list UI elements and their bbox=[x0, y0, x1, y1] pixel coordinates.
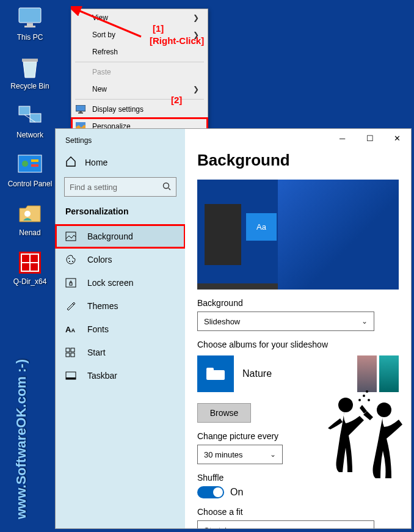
chevron-down-icon: ⌄ bbox=[361, 317, 368, 326]
control-panel-icon bbox=[18, 153, 42, 177]
svg-point-45 bbox=[363, 395, 365, 397]
context-menu-sort-by[interactable]: Sort by ❯ bbox=[71, 26, 208, 43]
svg-point-8 bbox=[22, 161, 28, 167]
chevron-down-icon: ⌄ bbox=[270, 450, 276, 459]
svg-rect-14 bbox=[22, 255, 29, 262]
themes-icon bbox=[65, 301, 79, 312]
sidebar-item-label: Taskbar bbox=[87, 371, 117, 381]
svg-rect-40 bbox=[206, 370, 225, 380]
start-icon bbox=[65, 348, 79, 357]
desktop-icon-this-pc[interactable]: This PC bbox=[2, 6, 57, 42]
svg-point-42 bbox=[338, 398, 353, 412]
choose-fit-label: Choose a fit bbox=[197, 507, 399, 517]
monitor-icon bbox=[18, 6, 42, 31]
desktop-context-menu: View ❯ Sort by ❯ Refresh Paste New ❯ Dis… bbox=[71, 9, 208, 136]
palette-icon bbox=[65, 254, 79, 265]
desktop-icon-label: Control Panel bbox=[8, 180, 53, 188]
minimize-button[interactable]: ─ bbox=[329, 129, 356, 147]
album-selection[interactable]: Nature bbox=[197, 355, 399, 392]
maximize-button[interactable]: ☐ bbox=[356, 129, 383, 147]
browse-label: Browse bbox=[210, 408, 239, 418]
browse-button[interactable]: Browse bbox=[197, 403, 251, 423]
trash-icon bbox=[18, 55, 42, 79]
search-icon bbox=[162, 182, 171, 192]
window-title-bar-controls: ─ ☐ ✕ bbox=[329, 129, 411, 147]
lockscreen-icon bbox=[65, 278, 79, 288]
svg-rect-37 bbox=[71, 353, 74, 357]
sidebar-item-start[interactable]: Start bbox=[56, 341, 185, 364]
fit-dropdown[interactable]: Stretch ⌄ bbox=[197, 520, 374, 528]
svg-point-46 bbox=[368, 399, 370, 401]
svg-rect-35 bbox=[71, 348, 74, 352]
svg-point-29 bbox=[68, 258, 70, 259]
context-menu-display-settings[interactable]: Display settings bbox=[71, 101, 208, 118]
sidebar-item-label: Background bbox=[87, 231, 133, 241]
desktop-icon-control-panel[interactable]: Control Panel bbox=[2, 153, 57, 188]
svg-line-27 bbox=[169, 188, 170, 190]
svg-rect-17 bbox=[31, 263, 38, 271]
preview-start-menu bbox=[205, 204, 241, 265]
sidebar-item-fonts[interactable]: AA Fonts bbox=[56, 318, 185, 341]
sidebar-home[interactable]: Home bbox=[56, 152, 185, 172]
context-menu-refresh[interactable]: Refresh bbox=[71, 43, 208, 60]
dropdown-value: 30 minutes bbox=[204, 450, 243, 459]
context-menu-view[interactable]: View ❯ bbox=[71, 9, 208, 26]
change-interval-dropdown[interactable]: 30 minutes ⌄ bbox=[197, 445, 283, 464]
sidebar-item-lockscreen[interactable]: Lock screen bbox=[56, 271, 185, 294]
sidebar-item-label: Fonts bbox=[87, 324, 109, 334]
background-label: Background bbox=[197, 298, 399, 308]
sidebar-item-colors[interactable]: Colors bbox=[56, 248, 185, 271]
svg-point-26 bbox=[164, 183, 169, 188]
menu-item-label: Paste bbox=[92, 68, 111, 76]
desktop-icon-user[interactable]: Nenad bbox=[2, 202, 57, 237]
svg-rect-36 bbox=[66, 353, 70, 357]
settings-search-input[interactable]: Find a setting bbox=[64, 177, 176, 197]
sidebar-item-themes[interactable]: Themes bbox=[56, 294, 185, 318]
context-menu-paste: Paste bbox=[71, 64, 208, 81]
svg-point-31 bbox=[72, 261, 73, 262]
desktop-icon-network[interactable]: Network bbox=[2, 104, 57, 139]
close-button[interactable]: ✕ bbox=[383, 129, 411, 147]
shuffle-toggle[interactable] bbox=[197, 486, 224, 498]
desktop-icon-label: Recycle Bin bbox=[10, 82, 49, 90]
svg-rect-9 bbox=[31, 159, 38, 162]
settings-main-panel: ─ ☐ ✕ Background Aa Background Slideshow… bbox=[185, 129, 411, 528]
svg-point-43 bbox=[377, 403, 391, 417]
desktop-icon-label: This PC bbox=[17, 33, 43, 42]
svg-point-30 bbox=[69, 261, 70, 262]
sidebar-item-background[interactable]: Background bbox=[56, 225, 185, 248]
shuffle-label: Shuffle bbox=[197, 473, 399, 483]
chevron-down-icon: ⌄ bbox=[361, 526, 368, 528]
dropdown-value: Stretch bbox=[204, 526, 229, 529]
albums-label: Choose albums for your slideshow bbox=[197, 340, 399, 349]
svg-rect-19 bbox=[79, 111, 82, 112]
menu-item-label: Sort by bbox=[92, 31, 115, 39]
album-thumbnail bbox=[357, 355, 377, 392]
desktop-icon-qdir[interactable]: Q-Dir_x64 bbox=[2, 250, 57, 286]
background-preview: Aa bbox=[197, 180, 399, 290]
background-type-dropdown[interactable]: Slideshow ⌄ bbox=[197, 312, 374, 331]
svg-rect-5 bbox=[30, 114, 41, 122]
svg-rect-15 bbox=[31, 255, 38, 262]
svg-rect-18 bbox=[76, 105, 85, 111]
svg-rect-7 bbox=[18, 155, 42, 172]
settings-sidebar: Settings Home Find a setting Personaliza… bbox=[56, 129, 185, 528]
svg-rect-34 bbox=[66, 348, 70, 352]
network-icon bbox=[18, 104, 42, 128]
svg-rect-2 bbox=[24, 26, 35, 27]
album-thumbnail bbox=[379, 355, 399, 392]
display-icon bbox=[75, 104, 86, 115]
context-menu-new[interactable]: New ❯ bbox=[71, 81, 208, 98]
svg-rect-16 bbox=[22, 263, 29, 271]
desktop-icon-recycle-bin[interactable]: Recycle Bin bbox=[2, 55, 57, 90]
preview-tile: Aa bbox=[246, 213, 277, 241]
sidebar-item-taskbar[interactable]: Taskbar bbox=[56, 364, 185, 387]
svg-rect-0 bbox=[19, 8, 41, 23]
watermark: www.SoftwareOK.com :-) bbox=[13, 359, 29, 519]
svg-rect-1 bbox=[27, 23, 33, 26]
svg-rect-20 bbox=[78, 112, 83, 114]
svg-rect-10 bbox=[31, 164, 38, 167]
menu-item-label: New bbox=[92, 85, 107, 93]
svg-rect-33 bbox=[70, 283, 72, 285]
desktop-icon-column: This PC Recycle Bin Network Control Pane… bbox=[2, 6, 57, 299]
